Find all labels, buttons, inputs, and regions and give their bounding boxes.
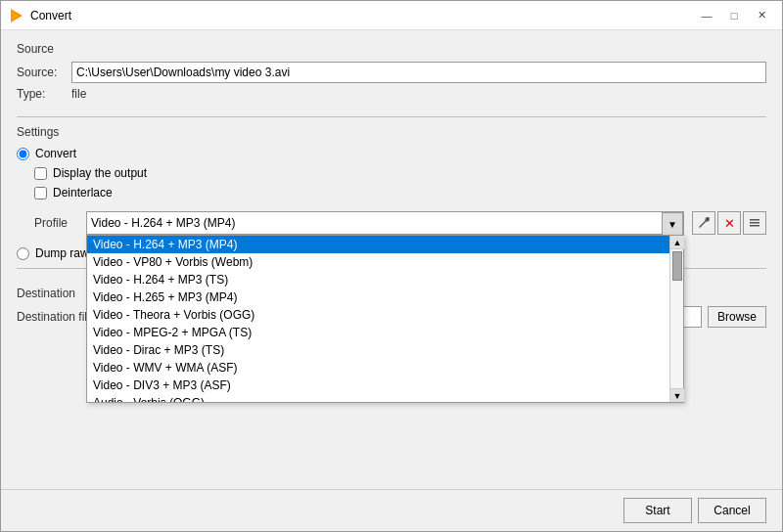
- source-label: Source:: [17, 66, 66, 79]
- minimize-button[interactable]: —: [694, 6, 719, 25]
- profile-option-4[interactable]: Video - Theora + Vorbis (OGG): [87, 306, 669, 324]
- start-button[interactable]: Start: [623, 498, 692, 523]
- close-button[interactable]: ✕: [749, 6, 774, 25]
- convert-radio-label[interactable]: Convert: [35, 147, 76, 160]
- scroll-up-btn[interactable]: ▲: [670, 236, 684, 249]
- svg-rect-1: [750, 219, 760, 221]
- profile-toolbar: ✕: [692, 211, 766, 235]
- main-content: Source Source: Type: file Settings Conve…: [1, 30, 782, 489]
- profile-select-wrapper: Video - H.264 + MP3 (MP4) ▼ Video - H.26…: [86, 211, 684, 235]
- settings-label: Settings: [17, 125, 766, 139]
- profile-options: Video - H.264 + MP3 (MP4) Video - VP80 +…: [87, 236, 669, 402]
- profile-option-3[interactable]: Video - H.265 + MP3 (MP4): [87, 288, 669, 306]
- window-title: Convert: [30, 9, 694, 22]
- convert-radio[interactable]: [17, 148, 29, 160]
- maximize-button[interactable]: □: [721, 6, 747, 25]
- profile-selected-value: Video - H.264 + MP3 (MP4): [91, 216, 236, 230]
- source-row: Source:: [17, 62, 766, 83]
- profile-dropdown-list: Video - H.264 + MP3 (MP4) Video - VP80 +…: [86, 235, 684, 403]
- source-input[interactable]: [71, 62, 766, 83]
- profile-option-7[interactable]: Video - WMV + WMA (ASF): [87, 359, 669, 377]
- profile-dropdown-trigger[interactable]: Video - H.264 + MP3 (MP4) ▼: [86, 211, 684, 235]
- profile-option-9[interactable]: Audio - Vorbis (OGG): [87, 394, 669, 402]
- profile-dropdown-arrow[interactable]: ▼: [662, 212, 683, 236]
- profile-row: Profile Video - H.264 + MP3 (MP4) ▼ Vide…: [34, 211, 766, 235]
- profile-option-8[interactable]: Video - DIV3 + MP3 (ASF): [87, 377, 669, 394]
- app-icon: [9, 8, 24, 23]
- profile-option-2[interactable]: Video - H.264 + MP3 (TS): [87, 271, 669, 288]
- svg-rect-2: [750, 222, 760, 224]
- display-output-label[interactable]: Display the output: [53, 166, 147, 180]
- type-value: file: [71, 87, 86, 101]
- display-output-checkbox[interactable]: [34, 167, 47, 180]
- dest-file-label: Destination file:: [17, 310, 97, 324]
- list-icon: [748, 216, 761, 230]
- wrench-icon: [697, 216, 711, 230]
- profile-option-0[interactable]: Video - H.264 + MP3 (MP4): [87, 236, 669, 253]
- type-row: Type: file: [17, 87, 766, 101]
- title-bar: Convert — □ ✕: [1, 1, 782, 30]
- type-label: Type:: [17, 87, 66, 101]
- window-controls: — □ ✕: [694, 6, 774, 25]
- settings-section: Settings Convert Display the output Dein…: [17, 125, 766, 260]
- browse-button[interactable]: Browse: [708, 306, 766, 328]
- convert-radio-row: Convert: [17, 147, 766, 160]
- profile-option-5[interactable]: Video - MPEG-2 + MPGA (TS): [87, 324, 669, 341]
- svg-rect-3: [750, 225, 760, 227]
- scroll-track: [670, 249, 683, 388]
- deinterlace-checkbox[interactable]: [34, 187, 47, 200]
- section-divider: [17, 116, 766, 117]
- profile-option-1[interactable]: Video - VP80 + Vorbis (Webm): [87, 253, 669, 271]
- edit-profile-button[interactable]: [692, 211, 715, 235]
- bottom-bar: Start Cancel: [1, 489, 782, 531]
- convert-window: Convert — □ ✕ Source Source: Type: file …: [0, 0, 783, 532]
- scroll-thumb[interactable]: [672, 251, 682, 281]
- deinterlace-row: Deinterlace: [34, 186, 766, 200]
- dropdown-scrollbar: ▲ ▼: [669, 236, 683, 402]
- display-output-row: Display the output: [34, 166, 766, 180]
- delete-profile-button[interactable]: ✕: [717, 211, 741, 235]
- new-profile-button[interactable]: [743, 211, 766, 235]
- source-section-label: Source: [17, 42, 766, 56]
- scroll-down-btn[interactable]: ▼: [670, 388, 684, 402]
- profile-label: Profile: [34, 216, 78, 230]
- cancel-button[interactable]: Cancel: [698, 498, 766, 523]
- svg-marker-0: [11, 9, 23, 22]
- profile-option-6[interactable]: Video - Dirac + MP3 (TS): [87, 341, 669, 359]
- source-section: Source Source: Type: file: [17, 42, 766, 101]
- deinterlace-label[interactable]: Deinterlace: [53, 186, 113, 200]
- dump-radio[interactable]: [17, 247, 29, 260]
